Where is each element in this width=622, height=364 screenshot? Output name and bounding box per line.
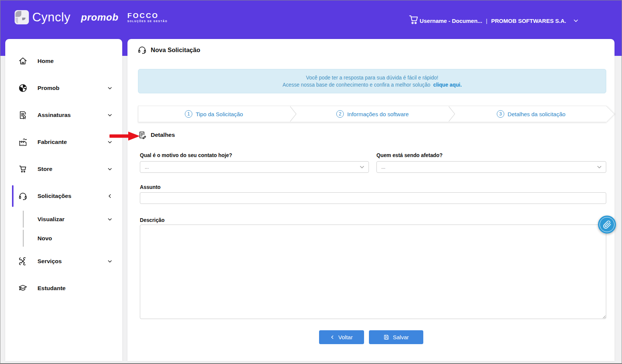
step-number: 1 — [185, 110, 192, 118]
save-floppy-icon — [383, 334, 390, 340]
user-account-menu[interactable]: Username - Documen... | PROMOB SOFTWARES… — [420, 16, 579, 25]
brand-logos: Cyncly promob FOCCO SOLUÇÕES DE GESTÃO — [15, 10, 168, 24]
tools-icon — [18, 256, 28, 266]
sidebar-item-assinaturas[interactable]: Assinaturas — [5, 102, 122, 129]
sidebar-item-estudante[interactable]: Estudante — [5, 275, 122, 302]
chevron-down-icon — [597, 164, 602, 170]
wizard-steps: 1 Tipo da Solicitação 2 Informações do s… — [138, 106, 607, 122]
promob-wordmark: promob — [81, 12, 118, 23]
assunto-input[interactable] — [140, 192, 606, 204]
step-label: Tipo da Solicitação — [196, 111, 243, 117]
step-detalhes-solicitacao[interactable]: 3 Detalhes da solicitação — [456, 106, 607, 122]
chevron-down-icon — [359, 164, 365, 170]
chevron-down-icon — [107, 259, 112, 264]
subscription-document-icon — [18, 110, 28, 120]
form-actions: Voltar Salvar — [127, 330, 615, 344]
store-cart-icon — [18, 164, 28, 174]
app-window: Cyncly promob FOCCO SOLUÇÕES DE GESTÃO U… — [0, 0, 622, 364]
detalhes-section-header: Detalhes — [138, 130, 175, 139]
afetado-label: Quem está sendo afetado? — [376, 153, 442, 158]
paperclip-icon — [603, 220, 612, 229]
user-name: Username - Documen... — [420, 18, 482, 24]
cart-button[interactable] — [408, 13, 420, 26]
banner-line2: Acesse nossa base de conhecimento e conf… — [283, 81, 462, 88]
step-number: 3 — [497, 110, 504, 118]
factory-icon — [18, 137, 28, 147]
sidebar-item-servicos[interactable]: Serviços — [5, 248, 122, 275]
cyncly-logo-icon — [15, 10, 29, 24]
voltar-button[interactable]: Voltar — [319, 330, 364, 344]
step-informacoes-software[interactable]: 2 Informações do software — [297, 106, 448, 122]
cart-icon — [408, 13, 420, 26]
chevron-down-icon — [107, 217, 112, 222]
sidebar-item-promob[interactable]: Promob — [5, 75, 122, 102]
step-separator-chevron — [448, 106, 456, 122]
home-icon — [18, 56, 28, 66]
step-number: 2 — [336, 110, 344, 118]
chevron-down-icon — [107, 112, 112, 118]
motivo-label: Qual é o motivo do seu contato hoje? — [140, 153, 232, 158]
chevron-down-icon — [107, 166, 112, 172]
descricao-textarea[interactable] — [140, 225, 606, 319]
chevron-down-icon — [107, 85, 112, 91]
section-title: Detalhes — [151, 132, 175, 138]
banner-line1: Você pode ter a resposta para sua dúvida… — [306, 74, 438, 81]
assunto-label: Assunto — [140, 184, 160, 190]
company-name: PROMOB SOFTWARES S.A. — [491, 18, 566, 24]
user-separator: | — [486, 18, 487, 24]
chevron-left-icon — [107, 193, 112, 199]
page-header: Nova Solicitação — [137, 45, 200, 55]
sidebar-item-fabricante[interactable]: Fabricante — [5, 129, 122, 156]
attachment-fab-button[interactable] — [598, 216, 616, 234]
descricao-label: Descrição — [140, 217, 165, 223]
sidebar-navigation: Home Promob Ass — [5, 39, 122, 361]
sidebar-item-novo[interactable]: Novo — [5, 229, 122, 248]
main-content: Nova Solicitação Você pode ter a respost… — [127, 39, 615, 361]
step-label: Detalhes da solicitação — [508, 111, 565, 117]
annotation-red-arrow — [109, 131, 141, 141]
page-title: Nova Solicitação — [151, 46, 200, 54]
step-separator-chevron — [289, 106, 297, 122]
motivo-select[interactable]: ... — [140, 161, 369, 173]
step-tipo-solicitacao[interactable]: 1 Tipo da Solicitação — [138, 106, 289, 122]
chevron-left-icon — [330, 335, 335, 340]
headset-icon — [137, 45, 147, 55]
promob-icon — [18, 83, 28, 93]
cyncly-wordmark: Cyncly — [32, 10, 70, 24]
clique-aqui-link[interactable]: clique aqui. — [433, 82, 462, 88]
sidebar-item-store[interactable]: Store — [5, 156, 122, 183]
afetado-select[interactable]: ... — [376, 161, 606, 173]
graduation-cap-icon — [18, 283, 28, 293]
chevron-down-icon — [570, 18, 579, 24]
salvar-button[interactable]: Salvar — [369, 330, 423, 344]
step-label: Informações do software — [347, 111, 409, 117]
focco-wordmark: FOCCO SOLUÇÕES DE GESTÃO — [127, 12, 168, 23]
sidebar-item-home[interactable]: Home — [5, 48, 122, 75]
headset-icon — [18, 191, 28, 201]
sidebar-item-visualizar[interactable]: Visualizar — [5, 210, 122, 229]
knowledge-base-banner: Você pode ter a resposta para sua dúvida… — [138, 69, 606, 93]
sidebar-item-solicitacoes[interactable]: Solicitações — [5, 183, 122, 210]
